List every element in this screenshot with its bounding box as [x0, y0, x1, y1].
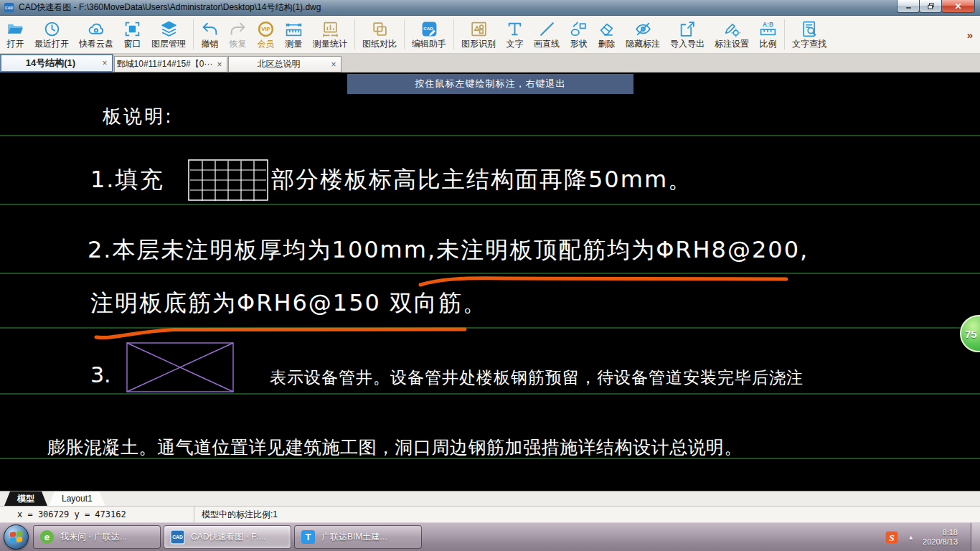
svg-text:S: S	[889, 532, 894, 543]
grid-line	[0, 204, 980, 205]
document-tab-2[interactable]: 北区总说明×	[228, 56, 341, 72]
annotation-scale-status: 模型中的标注比例:1	[194, 509, 278, 521]
note-item1-prefix: 1.填充	[90, 164, 164, 196]
app-logo-icon: CAD	[4, 2, 14, 13]
toolbar-button-measure-stats[interactable]: 测量统计	[308, 19, 352, 50]
drawing-canvas[interactable]: 按住鼠标左键绘制标注，右键退出 板说明: 1.填充 部分楼板标高比主结构面再降5…	[0, 72, 980, 491]
minimize-button[interactable]	[897, 0, 920, 13]
show-desktop-button[interactable]	[971, 523, 980, 551]
draw-line-icon	[538, 20, 556, 38]
cloud-icon	[88, 20, 105, 38]
note-item3-text: 表示设备管井。设备管井处楼板钢筋预留，待设备管道安装完毕后浇注	[270, 367, 804, 389]
toolbar-button-text[interactable]: 文字	[501, 19, 529, 50]
sogou-input-icon[interactable]: S	[885, 530, 899, 545]
note-heading: 板说明:	[103, 104, 174, 129]
window-controls	[897, 0, 975, 13]
toolbar-label-scale: 比例	[760, 39, 777, 49]
toolbar-label-undo: 撤销	[202, 39, 219, 49]
toolbar-button-drawing-compare[interactable]: 图纸对比	[357, 19, 402, 50]
document-tab-1[interactable]: 鄄城10#11#14#15#【0···×	[114, 56, 227, 72]
taskbar-apps: e我来问 - 广联达...CADCAD快速看图 - F:...T广联达BIM土建…	[32, 525, 423, 549]
start-button[interactable]	[0, 523, 32, 551]
find-text-icon	[801, 20, 819, 38]
taskbar-app-2[interactable]: T广联达BIM土建...	[294, 525, 422, 549]
toolbar-label-delete: 删除	[598, 39, 616, 49]
cad-viewer-window: CAD CAD快速看图 - F:\360MoveData\Users\Admin…	[0, 0, 980, 551]
toolbar-label-measure-stats: 测量统计	[313, 39, 347, 49]
toolbar-button-vip[interactable]: VIP会员	[252, 19, 280, 50]
toolbar-label-open: 打开	[7, 39, 24, 49]
measure-stats-icon	[321, 20, 339, 38]
toolbar-items: 打开最近打开快看云盘窗口图层管理撤销恢复VIP会员测量测量统计图纸对比CAD编辑…	[1, 19, 831, 50]
toolbar-label-edit-assistant: 编辑助手	[412, 39, 446, 49]
toolbar-button-recent[interactable]: 最近打开	[29, 19, 74, 50]
toolbar-button-undo[interactable]: 撤销	[196, 19, 224, 50]
layers-icon	[160, 20, 178, 38]
toolbar-button-hide-annotations[interactable]: 隐藏标注	[621, 19, 665, 50]
document-tab-label: 鄄城10#11#14#15#【0···	[115, 58, 215, 70]
toolbar-label-hide-annotations: 隐藏标注	[626, 39, 660, 49]
tab-close-icon[interactable]: ×	[215, 60, 225, 70]
toolbar-label-measure: 测量	[286, 39, 303, 49]
hatch-symbol	[188, 159, 268, 201]
import-export-icon	[679, 20, 697, 38]
toolbar-button-scale[interactable]: A:B比例	[754, 19, 782, 50]
taskbar-clock[interactable]: 8:18 2020/8/13	[923, 528, 962, 547]
toolbar-button-edit-assistant[interactable]: CAD编辑助手	[407, 19, 451, 50]
tab-layout1[interactable]: Layout1	[49, 491, 105, 506]
toolbar-button-cloud-drive[interactable]: 快看云盘	[74, 19, 118, 50]
toolbar-button-find-text[interactable]: 文字查找	[787, 19, 831, 50]
tab-close-icon[interactable]: ×	[100, 58, 110, 68]
note-item3-text2: 膨胀混凝土。通气道位置详见建筑施工图，洞口周边钢筋加强措施详结构设计总说明。	[47, 435, 743, 459]
annotation-settings-icon	[723, 20, 741, 38]
svg-text:A:B: A:B	[763, 21, 773, 28]
toolbar-label-shape-recognition: 图形识别	[461, 39, 496, 49]
svg-text:T: T	[305, 532, 311, 542]
toolbar-button-shape-recognition[interactable]: 图形识别	[456, 19, 501, 50]
floating-helper-badge[interactable]: 75	[960, 315, 980, 352]
close-button[interactable]	[941, 0, 975, 13]
main-toolbar: 打开最近打开快看云盘窗口图层管理撤销恢复VIP会员测量测量统计图纸对比CAD编辑…	[0, 16, 980, 54]
undo-icon	[201, 20, 219, 38]
toolbar-button-draw-line[interactable]: 画直线	[529, 19, 565, 50]
toolbar-button-shapes[interactable]: 形状	[565, 19, 593, 50]
document-tab-0[interactable]: 14号结构(1)×	[0, 54, 113, 72]
tray-expand-arrow[interactable]: ▲	[908, 534, 914, 541]
browser-icon: e	[39, 529, 55, 545]
note-item2b-text: 注明板底筋为ΦRH6@150 双向筋。	[90, 288, 487, 319]
toolbar-button-layer-manager[interactable]: 图层管理	[146, 19, 191, 50]
redo-icon	[229, 20, 247, 38]
window-title: CAD快速看图 - F:\360MoveData\Users\Administr…	[19, 1, 321, 14]
recent-clock-icon	[43, 20, 61, 38]
toolbar-button-window[interactable]: 窗口	[118, 19, 146, 50]
grid-line	[0, 273, 980, 274]
note-item1-text: 部分楼板标高比主结构面再降50mm。	[271, 164, 692, 196]
toolbar-button-delete[interactable]: 删除	[593, 19, 621, 50]
tab-layout1-label: Layout1	[62, 494, 93, 504]
toolbar-separator	[193, 19, 194, 50]
toolbar-overflow-button[interactable]: »	[967, 29, 973, 41]
taskbar-app-1[interactable]: CADCAD快速看图 - F:...	[164, 525, 291, 549]
edit-assistant-icon: CAD	[420, 20, 438, 38]
restore-button[interactable]	[919, 0, 942, 13]
model-layout-bar: 模型 Layout1	[0, 491, 980, 506]
grid-line	[0, 135, 980, 136]
toolbar-separator	[784, 19, 785, 50]
svg-text:e: e	[44, 532, 50, 542]
measure-icon	[285, 20, 303, 38]
toolbar-label-vip: 会员	[258, 39, 275, 49]
taskbar-app-0[interactable]: e我来问 - 广联达...	[33, 525, 161, 549]
badge-value: 75	[965, 328, 977, 340]
annotation-hint-bar: 按住鼠标左键绘制标注，右键退出	[347, 74, 633, 94]
toolbar-button-import-export[interactable]: 导入导出	[665, 19, 710, 50]
tab-model[interactable]: 模型	[4, 491, 47, 506]
taskbar-app-label: CAD快速看图 - F:...	[191, 531, 266, 543]
toolbar-button-measure[interactable]: 测量	[280, 19, 308, 50]
toolbar-label-redo: 恢复	[230, 39, 247, 49]
tab-close-icon[interactable]: ×	[329, 60, 339, 70]
toolbar-button-annotation-settings[interactable]: 标注设置	[710, 19, 754, 50]
toolbar-label-import-export: 导入导出	[670, 39, 705, 49]
cad-app-icon: CAD	[169, 529, 186, 545]
toolbar-button-open[interactable]: 打开	[1, 19, 29, 50]
toolbar-label-find-text: 文字查找	[792, 39, 826, 49]
